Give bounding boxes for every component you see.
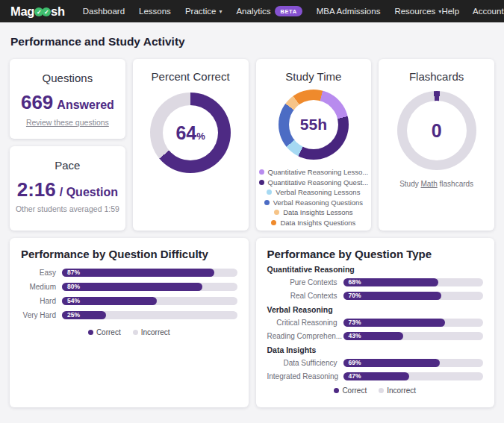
study-time-legend-item: Quantitative Reasoning Lesso... (259, 168, 369, 176)
bar-label: Very Hard (21, 311, 62, 319)
study-time-donut-hole: 55h (289, 100, 338, 149)
bar-track: 73% (343, 319, 484, 327)
pace-unit: / Question (60, 186, 118, 198)
type-bars: Quantitative ReasoningPure Contexts68%Re… (267, 265, 484, 380)
chevron-down-icon: ▾ (219, 8, 222, 15)
bar-row: Easy87% (21, 269, 237, 277)
bar-value: 43% (343, 332, 361, 340)
bar-label: Integrated Reasoning (267, 372, 343, 380)
bar-row: Real Contexts70% (267, 292, 484, 300)
study-time-legend-item: Quantitative Reasoning Quest... (259, 178, 369, 187)
bar-fill: 54% (62, 297, 157, 305)
nav-account[interactable]: Account ▾ (473, 7, 504, 16)
study-time-legend-item: Verbal Reasoning Lessons (267, 188, 360, 196)
legend-dot-icon (88, 330, 93, 335)
study-time-title: Study Time (256, 70, 372, 83)
legend-dot-icon (271, 220, 276, 225)
legend-dot-icon (267, 189, 272, 195)
nav-analytics[interactable]: Analytics BETA (236, 6, 302, 16)
bar-value: 25% (62, 311, 80, 319)
percent-correct-donut-hole: 64% (163, 105, 218, 160)
bar-row: Medium80% (21, 283, 237, 291)
bar-value: 73% (343, 319, 361, 327)
bar-label: Real Contexts (267, 292, 343, 300)
legend-dot-icon (264, 200, 270, 205)
difficulty-legend: CorrectIncorrect (21, 328, 237, 336)
math-flashcards-link[interactable]: Math (421, 180, 438, 188)
questions-answered-count: 669 (21, 91, 53, 113)
legend-item: Incorrect (133, 328, 170, 336)
questions-card: Questions 669Answered Review these quest… (10, 59, 125, 139)
type-group: Data InsightsData Sufficiency69%Integrat… (267, 345, 484, 380)
bar-value: 69% (343, 359, 361, 367)
bar-row: Critical Reasoning73% (267, 319, 484, 327)
nav-resources-label: Resources (394, 7, 435, 16)
pace-card: Pace 2:16/ Question Other students avera… (10, 146, 125, 231)
bar-value: 47% (343, 372, 361, 380)
legend-label: Verbal Reasoning Questions (273, 198, 363, 207)
bar-label: Critical Reasoning (267, 319, 343, 327)
type-group: Quantitative ReasoningPure Contexts68%Re… (267, 265, 484, 300)
study-time-donut: 55h (279, 90, 349, 160)
legend-label: Verbal Reasoning Lessons (276, 188, 360, 196)
bar-row: Integrated Reasoning47% (267, 372, 484, 380)
percent-correct-value: 64 (175, 122, 196, 144)
flashcards-title: Flashcards (379, 70, 494, 83)
nav-mba-admissions[interactable]: MBA Admissions (317, 7, 381, 16)
bar-value: 68% (343, 278, 361, 286)
nav-practice-label: Practice (185, 7, 217, 16)
legend-label: Data Insights Lessons (283, 208, 352, 216)
bar-track: 47% (343, 372, 484, 380)
nav-lessons[interactable]: Lessons (139, 7, 171, 16)
legend-label: Data Insights Questions (280, 219, 355, 227)
beta-badge: BETA (275, 6, 302, 16)
bar-label: Hard (21, 297, 62, 305)
bar-fill: 68% (343, 278, 439, 286)
legend-dot-icon (274, 210, 279, 215)
bar-track: 87% (62, 269, 237, 277)
type-legend: CorrectIncorrect (267, 386, 484, 395)
bar-track: 25% (62, 311, 237, 319)
study-time-card: Study Time 55h Quantitative Reasoning Le… (256, 59, 372, 231)
bar-track: 54% (62, 297, 237, 305)
nav-analytics-label: Analytics (236, 7, 270, 16)
type-group-header: Data Insights (267, 345, 484, 354)
bar-row: Reading Comprehen...43% (267, 332, 484, 340)
logo-text-suffix: sh (51, 4, 65, 19)
stats-row: Questions 669Answered Review these quest… (10, 59, 494, 231)
bar-row: Very Hard25% (21, 311, 237, 319)
study-time-legend-item: Data Insights Questions (271, 219, 355, 227)
legend-dot-icon (133, 330, 138, 335)
review-questions-link[interactable]: Review these questions (26, 118, 109, 127)
bar-label: Data Sufficiency (267, 359, 343, 367)
legend-item: Correct (334, 386, 367, 395)
nav-practice[interactable]: Practice ▾ (185, 7, 223, 16)
pace-card-title: Pace (10, 159, 125, 172)
navbar: Mag ✓ ✓ sh Dashboard Lessons Practice ▾ … (0, 0, 504, 22)
legend-dot-icon (334, 388, 339, 393)
nav-help[interactable]: Help (441, 7, 459, 16)
legend-item: Incorrect (379, 386, 416, 395)
nav-dashboard[interactable]: Dashboard (83, 7, 125, 16)
percent-correct-donut: 64% (150, 93, 231, 173)
magoosh-logo[interactable]: Mag ✓ ✓ sh (10, 4, 65, 19)
bar-fill: 87% (62, 269, 214, 277)
flashcards-footer-suffix: flashcards (440, 180, 474, 188)
legend-item: Correct (88, 328, 121, 336)
bar-track: 70% (343, 292, 484, 300)
bar-label: Pure Contexts (267, 278, 343, 286)
nav-account-label: Account (473, 7, 504, 16)
bar-track: 80% (62, 283, 237, 291)
page-title: Performance and Study Activity (0, 22, 504, 59)
bar-row: Hard54% (21, 297, 237, 305)
study-time-legend-item: Data Insights Lessons (274, 208, 352, 216)
nav-resources[interactable]: Resources ▾ (394, 7, 441, 16)
bar-value: 54% (62, 297, 80, 305)
pace-value: 2:16 (17, 178, 56, 201)
bar-row: Data Sufficiency69% (267, 359, 484, 367)
dashboard-content: Questions 669Answered Review these quest… (0, 59, 504, 407)
bar-value: 87% (62, 269, 80, 277)
bar-fill: 25% (62, 311, 106, 319)
bar-track: 68% (343, 278, 484, 286)
bar-label: Easy (21, 269, 62, 277)
